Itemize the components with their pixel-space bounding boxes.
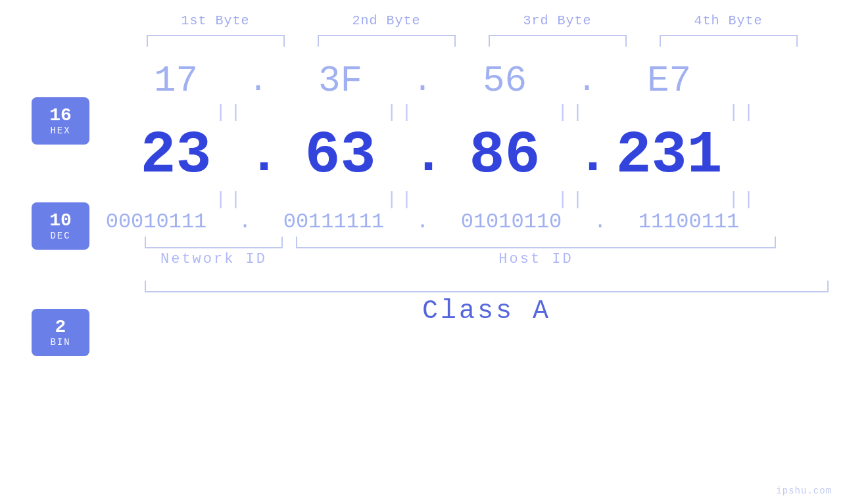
bin-dot-2: . [416,210,429,234]
bin-badge-num: 2 [55,317,66,338]
top-bracket-row [130,35,814,47]
hex-row: 17 . 3F . 56 . E7 [0,60,845,102]
class-bracket [145,281,829,292]
eq-row-1: || || || || [145,102,829,122]
eq-row-2: || || || || [145,189,829,210]
byte1-header: 1st Byte [143,13,288,28]
bin-val-2: 00111111 [252,210,416,234]
class-label: Class A [145,296,829,326]
network-id-bracket [145,237,283,248]
host-id-bracket [296,237,776,248]
hex-dot-3: . [577,62,597,100]
eq-6: || [329,189,473,210]
eq-7: || [500,189,644,210]
eq-5: || [158,189,302,210]
bracket-4 [660,35,798,47]
bin-dot-1: . [239,210,252,234]
dec-badge-label: DEC [50,231,70,241]
network-id-label: Network ID [145,251,283,267]
id-label-row: Network ID Host ID [145,251,829,267]
dec-dot-2: . [413,126,433,186]
byte4-header: 4th Byte [656,13,801,28]
dec-dot-1: . [249,126,268,186]
bin-badge-label: BIN [50,337,70,348]
hex-val-2: 3F [268,60,413,102]
bin-val-1: 00010111 [74,210,239,234]
main-container: 1st Byte 2nd Byte 3rd Byte 4th Byte 17 .… [0,0,845,504]
hex-badge-label: HEX [50,126,70,136]
byte2-header: 2nd Byte [314,13,459,28]
dec-badge-num: 10 [49,211,72,231]
bin-octet-group: 00010111 . 00111111 . 01010110 . 1110011… [74,210,771,234]
dec-badge: 10 DEC [32,202,89,250]
hex-octet-group: 17 . 3F . 56 . E7 [104,60,742,102]
bracket-2 [318,35,456,47]
hex-dot-1: . [249,62,268,100]
header-row: 1st Byte 2nd Byte 3rd Byte 4th Byte [130,13,814,28]
dec-val-2: 63 [268,122,413,189]
hex-badge: 16 HEX [32,97,89,145]
eq-2: || [329,102,473,122]
hex-val-4: E7 [597,60,742,102]
bin-val-4: 11100111 [607,210,771,234]
class-bracket-row [145,281,829,292]
eq-1: || [158,102,302,122]
dec-val-1: 23 [104,122,249,189]
hex-dot-2: . [413,62,433,100]
byte3-header: 3rd Byte [485,13,630,28]
bin-row: 00010111 . 00111111 . 01010110 . 1110011… [0,210,845,234]
eq-4: || [671,102,815,122]
hex-val-3: 56 [433,60,577,102]
watermark: ipshu.com [776,486,832,496]
dec-val-3: 86 [433,122,577,189]
dec-dot-3: . [577,126,597,186]
hex-val-1: 17 [104,60,249,102]
eq-8: || [671,189,815,210]
bin-dot-3: . [594,210,607,234]
bin-val-3: 01010110 [429,210,594,234]
dec-val-4: 231 [597,122,742,189]
bracket-3 [489,35,627,47]
bin-badge: 2 BIN [32,309,89,356]
bracket-1 [147,35,285,47]
hex-badge-num: 16 [49,106,72,126]
dec-row: 23 . 63 . 86 . 231 [0,122,845,189]
id-bracket-row [145,237,829,248]
dec-octet-group: 23 . 63 . 86 . 231 [104,122,742,189]
host-id-label: Host ID [296,251,776,267]
eq-3: || [500,102,644,122]
